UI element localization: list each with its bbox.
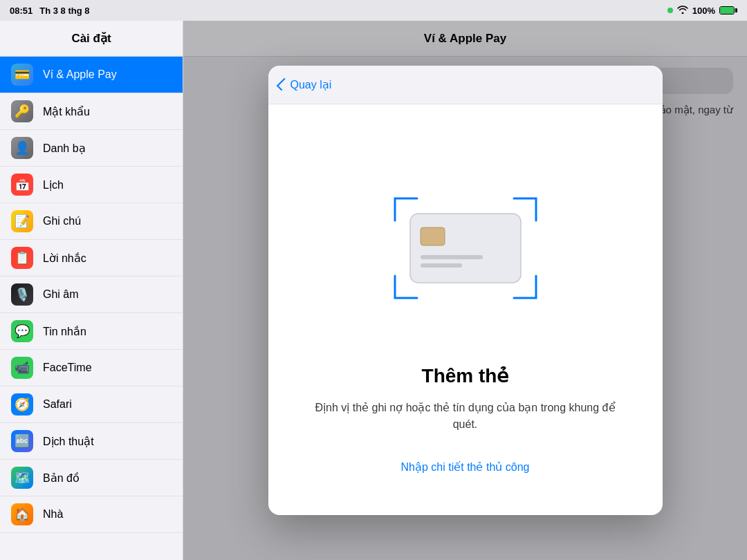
safari-icon: 🧭 [11, 393, 33, 416]
messages-icon: 💬 [11, 320, 33, 342]
svg-rect-3 [421, 263, 462, 268]
translate-icon: 🔤 [11, 430, 33, 452]
sidebar-label-home: Nhà [43, 508, 63, 521]
sidebar-title: Cài đặt [71, 31, 111, 46]
chevron-left-icon [276, 77, 288, 90]
key-icon: 🔑 [11, 100, 33, 122]
sidebar-label-reminders: Lời nhắc [43, 252, 86, 265]
battery-icon [719, 6, 737, 15]
card-scan-area [310, 132, 621, 364]
signal-icon [667, 8, 673, 13]
sidebar-label-contacts: Danh bạ [43, 142, 86, 155]
battery-percentage: 100% [692, 6, 715, 16]
back-label: Quay lại [290, 78, 332, 91]
modal-body: Thêm thẻ Định vị thẻ ghi nợ hoặc thẻ tín… [268, 104, 663, 515]
sidebar-label-translate: Dịch thuật [43, 435, 94, 448]
reminders-icon: 📋 [11, 247, 33, 269]
voice-icon: 🎙️ [11, 283, 33, 306]
svg-rect-1 [421, 227, 445, 245]
sidebar-label-maps: Bản đồ [43, 472, 80, 485]
sidebar: Cài đặt 💳 Ví & Apple Pay 🔑 Mật khẩu 👤 Da… [0, 21, 183, 560]
modal-header: Quay lại [268, 66, 663, 104]
sidebar-item-notes[interactable]: 📝 Ghi chú [0, 203, 183, 240]
add-card-modal: Quay lại [268, 66, 663, 515]
sidebar-item-contacts[interactable]: 👤 Danh bạ [0, 130, 183, 167]
sidebar-item-passwords[interactable]: 🔑 Mật khẩu [0, 93, 183, 130]
wallet-icon: 💳 [11, 64, 33, 86]
modal-title: Thêm thẻ [422, 364, 509, 387]
right-panel: Ví & Apple Pay sắm dễ dàng và bảo mật, n… [183, 21, 747, 560]
sidebar-item-voicememos[interactable]: 🎙️ Ghi âm [0, 277, 183, 313]
status-right: 100% [667, 6, 737, 16]
facetime-icon: 📹 [11, 357, 33, 379]
svg-rect-2 [421, 255, 483, 259]
modal-description: Định vị thẻ ghi nợ hoặc thẻ tín dụng của… [310, 400, 621, 433]
sidebar-label-safari: Safari [43, 398, 72, 411]
svg-rect-0 [410, 214, 521, 283]
sidebar-label-calendar: Lịch [43, 178, 64, 192]
sidebar-item-maps[interactable]: 🗺️ Bản đồ [0, 460, 183, 496]
sidebar-label-passwords: Mật khẩu [43, 105, 90, 118]
status-bar: 08:51 Th 3 8 thg 8 100% [0, 0, 747, 21]
card-scan-graphic [389, 193, 542, 304]
sidebar-label-notes: Ghi chú [43, 215, 81, 227]
sidebar-header: Cài đặt [0, 21, 183, 57]
sidebar-item-wallet[interactable]: 💳 Ví & Apple Pay [0, 57, 183, 93]
sidebar-item-safari[interactable]: 🧭 Safari [0, 386, 183, 423]
date: Th 3 8 thg 8 [39, 6, 89, 16]
sidebar-item-calendar[interactable]: 📅 Lịch [0, 167, 183, 203]
sidebar-item-reminders[interactable]: 📋 Lời nhắc [0, 240, 183, 277]
maps-icon: 🗺️ [11, 467, 33, 489]
notes-icon: 📝 [11, 210, 33, 232]
back-button[interactable]: Quay lại [279, 78, 332, 91]
manual-entry-link[interactable]: Nhập chi tiết thẻ thủ công [401, 460, 530, 474]
sidebar-item-translate[interactable]: 🔤 Dịch thuật [0, 423, 183, 460]
sidebar-item-messages[interactable]: 💬 Tin nhắn [0, 313, 183, 350]
sidebar-label-facetime: FaceTime [43, 362, 92, 374]
sidebar-item-facetime[interactable]: 📹 FaceTime [0, 350, 183, 386]
sidebar-label-messages: Tin nhắn [43, 325, 86, 338]
calendar-icon: 📅 [11, 174, 33, 196]
wifi-icon [677, 6, 688, 16]
time: 08:51 [10, 6, 33, 16]
main-layout: Cài đặt 💳 Ví & Apple Pay 🔑 Mật khẩu 👤 Da… [0, 21, 747, 560]
sidebar-label-voicememos: Ghi âm [43, 288, 79, 301]
sidebar-label-wallet: Ví & Apple Pay [43, 68, 117, 81]
contacts-icon: 👤 [11, 137, 33, 159]
modal-overlay: Quay lại [183, 21, 747, 560]
status-left: 08:51 Th 3 8 thg 8 [10, 6, 89, 16]
home-icon: 🏠 [11, 503, 33, 525]
sidebar-item-home[interactable]: 🏠 Nhà [0, 496, 183, 533]
